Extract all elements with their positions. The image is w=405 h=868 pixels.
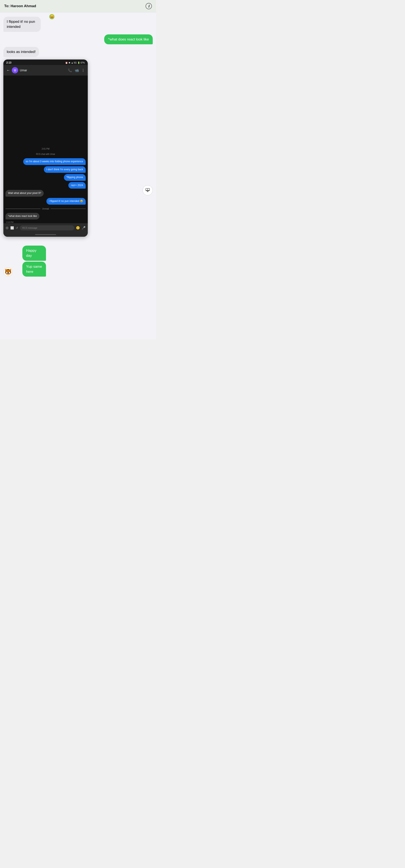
voice-icon: 🎤 — [82, 226, 86, 230]
tiger-message-row: 🐯 Happy day Yup same here — [3, 246, 153, 277]
unread-divider: Unread — [5, 208, 86, 210]
back-icon: ← — [6, 68, 10, 72]
phone-time: 2:13 — [6, 61, 11, 64]
emoji-icon: 🙂 — [76, 226, 80, 230]
inner-time: 2:01 PM — [5, 148, 86, 150]
inner-received-1: Wait what about your pixel 9? — [5, 190, 44, 197]
share-button[interactable] — [143, 185, 153, 195]
phone-nav-bar: ← U Umar 📞 📹 ⋮ — [3, 65, 88, 75]
inner-sent-3: *flipping phone — [64, 174, 86, 181]
more-icon: ⋮ — [82, 68, 85, 72]
sent-message-happy-day: Happy day — [22, 246, 46, 261]
inner-unread-time: 2:13 PM — [5, 221, 13, 223]
chat-area: I flipped it! no pun intended 😆 ^what do… — [0, 12, 156, 339]
bubble-received: I flipped it! no pun intended — [3, 17, 41, 32]
inner-unread-message: ^what does react look like — [5, 213, 39, 220]
message-header: To: Haroon Ahmad ℹ — [0, 0, 156, 12]
sent-message-group: Happy day Yup same here — [14, 246, 46, 277]
to-text: To: — [4, 4, 9, 8]
home-indicator — [3, 232, 88, 237]
inner-rcs-label: RCS chat with Umar — [5, 153, 86, 155]
reaction-emoji: 😆 — [49, 14, 55, 20]
phone-status-bar: 2:13 ⏰ ✱ ▲ 5G 🔋 67% — [3, 60, 88, 65]
inner-chat: 2:01 PM RCS chat with Umar so I'm about … — [3, 75, 88, 223]
gif-icon: ⬜ — [10, 226, 14, 229]
received-message-2: looks as intended! — [3, 47, 39, 57]
phone-status-icons: ⏰ ✱ ▲ 5G 🔋 67% — [65, 62, 85, 64]
received-message-1: I flipped it! no pun intended 😆 — [3, 17, 53, 32]
phone-screenshot: 2:13 ⏰ ✱ ▲ 5G 🔋 67% ← U Umar — [3, 60, 88, 237]
info-icon[interactable]: ℹ — [146, 3, 152, 9]
phone-icon: 📞 — [68, 68, 72, 72]
sent-message-1: ^what does react look like — [104, 34, 153, 44]
inner-sent-5: I flipped it! no pun intended 😆 — [46, 198, 86, 205]
phone-nav-icons: 📞 📹 ⋮ — [68, 68, 85, 72]
home-bar — [35, 234, 56, 235]
sent-message-yup-same-here: Yup same here — [22, 261, 46, 277]
contact-name: Haroon Ahmad — [10, 4, 36, 8]
inner-sent-2: I don't think I'm every going back — [44, 166, 86, 173]
contact-avatar: U — [12, 67, 18, 73]
recipient-label: To: Haroon Ahmad — [4, 4, 36, 8]
phone-contact-name: Umar — [20, 69, 27, 72]
phone-input-bar: ⊕ ⬜ ↺ RCS message 🙂 🎤 — [3, 223, 88, 232]
inner-sent-1: so I'm about 3 weeks into folding phone … — [23, 158, 86, 165]
phone-nav-left: ← U Umar — [6, 67, 27, 73]
tiger-avatar: 🐯 — [3, 267, 13, 277]
add-icon: ⊕ — [5, 225, 9, 230]
inner-sent-4: razr+ 2024 — [68, 182, 86, 189]
input-icons: 🙂 🎤 — [76, 226, 86, 230]
refresh-icon: ↺ — [15, 226, 18, 229]
video-icon: 📹 — [75, 68, 79, 72]
message-input[interactable]: RCS message — [20, 225, 74, 230]
